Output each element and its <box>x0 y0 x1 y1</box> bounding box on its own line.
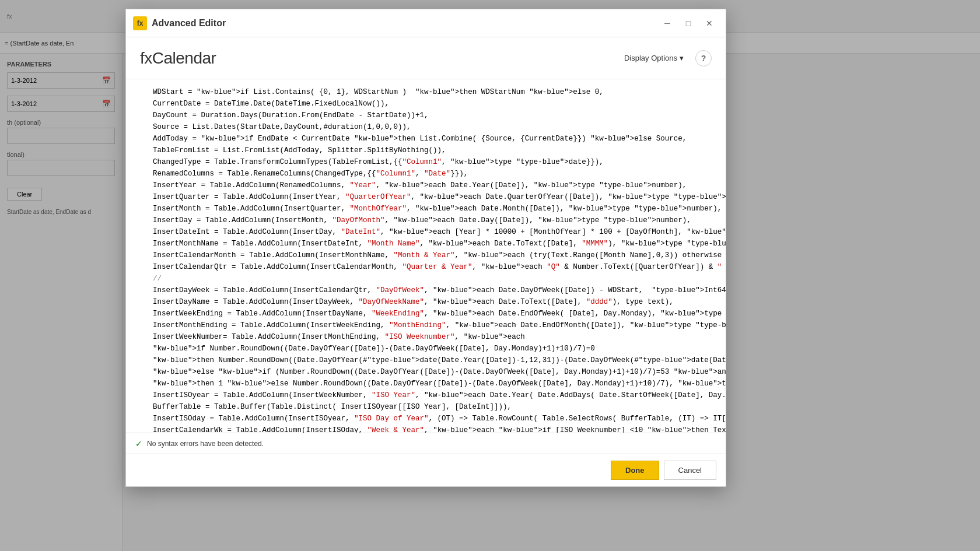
code-line: InsertDayWeek = Table.AddColumn(InsertCa… <box>126 285 726 296</box>
modal-header: fxCalendar Display Options ▾ ? <box>126 37 726 79</box>
code-line: RenamedColumns = Table.RenameColumns(Cha… <box>126 168 726 180</box>
code-line: InsertYear = Table.AddColumn(RenamedColu… <box>126 180 726 191</box>
code-line: InsertDateInt = Table.AddColumn(InsertDa… <box>126 226 726 238</box>
formula-title: fxCalendar <box>140 49 216 68</box>
code-line: Source = List.Dates(StartDate,DayCount,#… <box>126 121 726 133</box>
display-options-button[interactable]: Display Options ▾ <box>617 50 691 66</box>
titlebar-left: fx Advanced Editor <box>133 16 226 30</box>
display-options-label: Display Options <box>624 54 677 62</box>
modal-title: Advanced Editor <box>152 18 226 29</box>
chevron-down-icon: ▾ <box>680 54 684 62</box>
modal-body: WDStart = "kw-blue">if List.Contains( {0… <box>126 79 726 433</box>
code-line: InsertCalendarWk = Table.AddColumn(Inser… <box>126 424 726 433</box>
code-line: "kw-blue">then 1 "kw-blue">else Number.R… <box>126 378 726 389</box>
help-icon: ? <box>701 54 706 63</box>
minimize-icon: ─ <box>664 19 670 28</box>
code-line: CurrentDate = DateTime.Date(DateTime.Fix… <box>126 98 726 110</box>
close-icon: ✕ <box>706 19 713 28</box>
code-line: InsertDayName = Table.AddColumn(InsertDa… <box>126 296 726 308</box>
icon-text: fx <box>137 19 144 27</box>
code-line: InsertDay = Table.AddColumn(InsertMonth,… <box>126 215 726 226</box>
code-line: InsertQuarter = Table.AddColumn(InsertYe… <box>126 191 726 203</box>
code-line: "kw-blue">else "kw-blue">if (Number.Roun… <box>126 366 726 378</box>
code-line: "kw-blue">if Number.RoundDown((Date.DayO… <box>126 343 726 355</box>
code-line: InsertMonth = Table.AddColumn(InsertQuar… <box>126 203 726 215</box>
maximize-icon: □ <box>686 19 691 28</box>
code-line: DayCount = Duration.Days(Duration.From(E… <box>126 110 726 121</box>
code-line: InsertISOyear = Table.AddColumn(InsertWe… <box>126 389 726 401</box>
code-line: InsertCalendarQtr = Table.AddColumn(Inse… <box>126 261 726 273</box>
titlebar-right: ─ □ ✕ <box>658 15 719 31</box>
code-line: InsertWeekEnding = Table.AddColumn(Inser… <box>126 308 726 320</box>
code-line: ChangedType = Table.TransformColumnTypes… <box>126 156 726 168</box>
modal-icon: fx <box>133 16 147 30</box>
code-line: InsertMonthName = Table.AddColumn(Insert… <box>126 238 726 250</box>
status-message: No syntax errors have been detected. <box>147 440 264 448</box>
modal-footer: Done Cancel <box>126 454 726 486</box>
cancel-button[interactable]: Cancel <box>664 461 716 480</box>
status-checkmark: ✓ <box>135 439 142 448</box>
code-line: InsertCalendarMonth = Table.AddColumn(In… <box>126 250 726 261</box>
status-bar: ✓ No syntax errors have been detected. <box>126 433 726 454</box>
code-line: InsertMonthEnding = Table.AddColumn(Inse… <box>126 320 726 331</box>
minimize-button[interactable]: ─ <box>658 15 677 31</box>
code-line: // <box>126 273 726 285</box>
code-line: "kw-blue">then Number.RoundDown((Date.Da… <box>126 355 726 366</box>
header-right: Display Options ▾ ? <box>617 50 712 66</box>
modal-titlebar: fx Advanced Editor ─ □ ✕ <box>126 9 726 37</box>
maximize-button[interactable]: □ <box>679 15 698 31</box>
code-line: WDStart = "kw-blue">if List.Contains( {0… <box>126 86 726 98</box>
done-button[interactable]: Done <box>611 461 659 480</box>
advanced-editor-modal: fx Advanced Editor ─ □ ✕ fxCalendar Disp… <box>125 9 726 487</box>
code-line: BufferTable = Table.Buffer(Table.Distinc… <box>126 401 726 413</box>
code-editor[interactable]: WDStart = "kw-blue">if List.Contains( {0… <box>126 79 726 433</box>
code-line: AddToday = "kw-blue">if EndDate < Curren… <box>126 133 726 145</box>
code-line: InsertWeekNumber= Table.AddColumn(Insert… <box>126 331 726 343</box>
help-button[interactable]: ? <box>695 50 712 66</box>
code-line: InsertISOday = Table.AddColumn(InsertISO… <box>126 413 726 424</box>
close-button[interactable]: ✕ <box>700 15 719 31</box>
code-line: TableFromList = List.FromList(AddToday, … <box>126 145 726 156</box>
